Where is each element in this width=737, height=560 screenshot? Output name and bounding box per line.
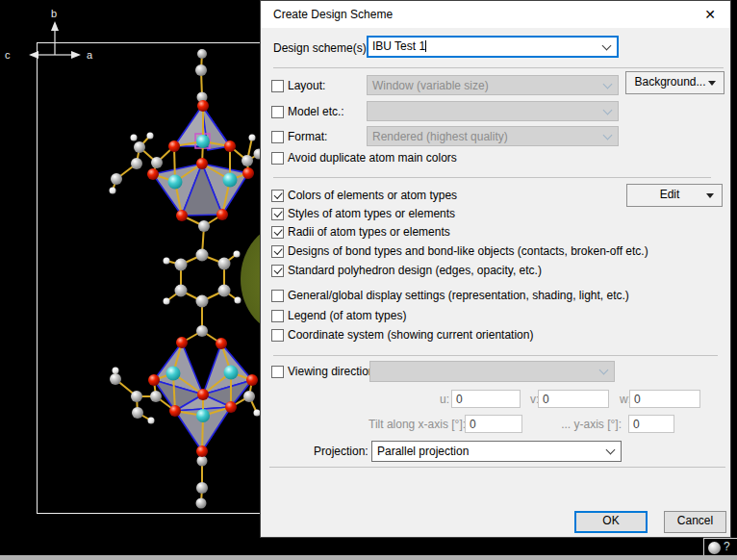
avoid-duplicate-checkbox[interactable]: [271, 152, 284, 165]
option-row-bond-designs: Designs of bond types and bond-like obje…: [271, 244, 648, 258]
format-label: Format:: [288, 130, 327, 143]
background-button[interactable]: Background...: [625, 71, 724, 94]
format-combo: Rendered (highest quality): [367, 126, 619, 146]
colors-checkbox[interactable]: [271, 190, 284, 202]
separator: [269, 467, 725, 468]
polyhedron-label: Standard polyhedron design (edges, opaci…: [288, 264, 542, 277]
u-label: u:: [440, 393, 449, 406]
atom-sphere-icon[interactable]: [708, 542, 721, 554]
avoid-duplicate-row: Avoid duplicate atom main colors: [271, 151, 457, 165]
legend-label: Legend (of atom types): [288, 309, 406, 322]
model-row: Model etc.:: [271, 105, 344, 118]
axis-label-b: b: [51, 8, 57, 19]
viewing-direction-combo: [369, 361, 615, 382]
coordinate-system-label: Coordinate system (showing current orien…: [288, 328, 533, 342]
viewing-direction-checkbox[interactable]: [271, 366, 284, 378]
dialog-title: Create Design Scheme: [273, 1, 393, 28]
layout-checkbox[interactable]: [271, 80, 284, 92]
projection-label: Projection:: [314, 445, 368, 458]
model-checkbox[interactable]: [271, 106, 284, 118]
option-row-colors: Colors of elements or atom types: [271, 189, 457, 202]
model-combo: [367, 101, 619, 121]
u-field: 0: [451, 390, 521, 408]
viewing-direction-row: Viewing direction:: [271, 365, 378, 378]
dropdown-arrow-icon: [708, 81, 716, 86]
styles-label: Styles of atom types or elements: [288, 207, 455, 220]
dropdown-arrow-icon: [706, 193, 714, 198]
model-label: Model etc.:: [288, 105, 344, 118]
separator: [273, 177, 711, 178]
global-settings-checkbox[interactable]: [271, 290, 284, 302]
tilt-y-label: ... y-axis [°]:: [557, 418, 622, 431]
tilt-y-field: 0: [628, 415, 674, 433]
legend-checkbox[interactable]: [271, 310, 284, 322]
axis-label-a: a: [87, 49, 93, 61]
design-scheme-value: IBU Test 1: [372, 39, 425, 53]
chevron-down-icon: [603, 130, 613, 140]
option-row-styles: Styles of atom types or elements: [271, 207, 455, 220]
close-icon[interactable]: ✕: [700, 5, 720, 24]
layout-label: Layout:: [288, 79, 325, 92]
option-row-legend: Legend (of atom types): [271, 309, 406, 322]
colors-label: Colors of elements or atom types: [288, 189, 457, 202]
design-scheme-combo[interactable]: IBU Test 1: [367, 36, 619, 58]
tilt-x-field: 0: [465, 415, 522, 433]
separator: [273, 355, 718, 356]
w-field: 0: [629, 390, 700, 408]
projection-value: Parallel projection: [377, 445, 469, 458]
viewing-direction-label: Viewing direction:: [288, 365, 378, 378]
separator: [273, 67, 724, 68]
format-value: Rendered (highest quality): [372, 130, 508, 143]
format-checkbox[interactable]: [271, 131, 284, 143]
v-field: 0: [538, 390, 609, 408]
chevron-down-icon: [603, 105, 613, 115]
chevron-down-icon[interactable]: [602, 40, 612, 50]
window-bottom-edge: [0, 555, 737, 560]
avoid-duplicate-label: Avoid duplicate atom main colors: [288, 151, 457, 165]
unit-cell-outline: [37, 42, 261, 514]
format-row: Format:: [271, 130, 327, 143]
orientation-axes: b a c: [5, 8, 93, 61]
chevron-down-icon[interactable]: [606, 445, 616, 455]
option-row-coordinate-system: Coordinate system (showing current orien…: [271, 328, 533, 342]
ok-button[interactable]: OK: [574, 511, 648, 533]
bond-designs-checkbox[interactable]: [271, 245, 284, 258]
help-panel: ?: [703, 538, 737, 557]
application-window: b a c: [0, 0, 737, 560]
dialog-titlebar[interactable]: Create Design Scheme ✕: [261, 1, 730, 28]
option-row-radii: Radii of atom types or elements: [271, 225, 450, 239]
radii-label: Radii of atom types or elements: [288, 225, 450, 239]
chevron-down-icon: [599, 366, 609, 375]
create-design-scheme-dialog: Create Design Scheme ✕ Design scheme(s):…: [260, 0, 731, 538]
edit-button[interactable]: Edit: [626, 184, 723, 207]
bond-designs-label: Designs of bond types and bond-like obje…: [288, 244, 648, 258]
radii-checkbox[interactable]: [271, 226, 284, 239]
chevron-down-icon: [603, 79, 613, 89]
cancel-button[interactable]: Cancel: [664, 511, 726, 533]
axis-label-c: c: [5, 49, 11, 61]
help-question-mark: ?: [724, 540, 730, 553]
option-row-polyhedron: Standard polyhedron design (edges, opaci…: [271, 264, 542, 277]
global-settings-label: General/global display settings (represe…: [288, 289, 629, 302]
layout-row: Layout:: [271, 79, 325, 92]
coordinate-system-checkbox[interactable]: [271, 329, 284, 342]
projection-combo[interactable]: Parallel projection: [371, 441, 622, 462]
layout-value: Window (variable size): [372, 79, 489, 92]
tilt-x-label: Tilt along x-axis [°]:: [368, 418, 460, 431]
design-scheme-label: Design scheme(s):: [273, 41, 369, 55]
styles-checkbox[interactable]: [271, 208, 284, 220]
polyhedron-checkbox[interactable]: [271, 265, 284, 277]
layout-combo: Window (variable size): [367, 75, 619, 95]
option-row-global-settings: General/global display settings (represe…: [271, 289, 629, 302]
text-caret: [425, 40, 426, 52]
